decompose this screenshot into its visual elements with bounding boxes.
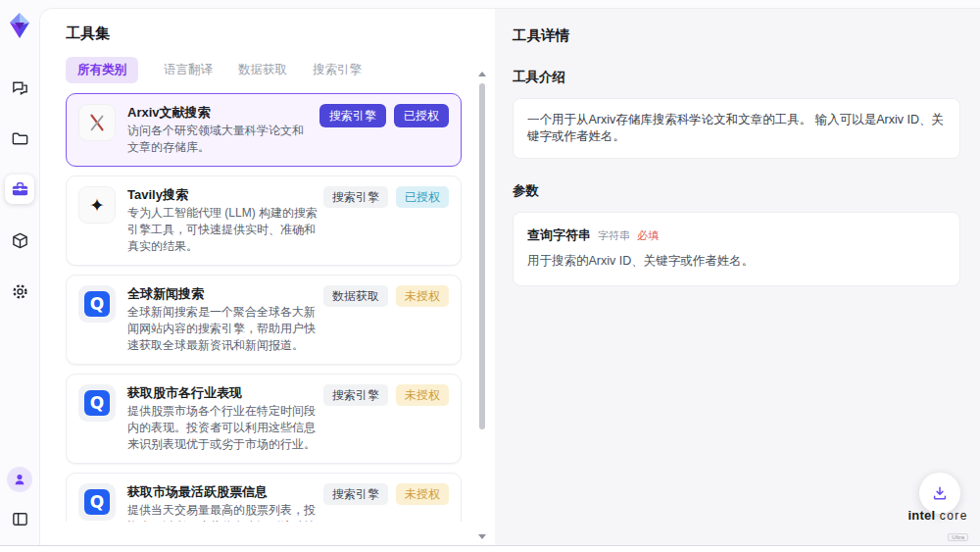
param-type: 字符串 xyxy=(598,228,630,243)
parameter-card: 查询字符串 字符串 必填 用于搜索的Arxiv ID、关键字或作者姓名。 xyxy=(513,212,960,286)
toolbox-icon[interactable] xyxy=(5,175,34,204)
tool-name: Tavily搜索 xyxy=(127,186,318,203)
param-description: 用于搜索的Arxiv ID、关键字或作者姓名。 xyxy=(527,253,946,270)
tab-language-translation[interactable]: 语言翻译 xyxy=(164,57,213,83)
brand-intel-text: intel xyxy=(907,508,935,523)
tab-all-categories[interactable]: 所有类别 xyxy=(66,57,138,83)
tool-card-global-news[interactable]: Q 全球新闻搜索 全球新闻搜索是一个聚合全球各大新闻网站内容的搜索引擎，帮助用户… xyxy=(66,275,462,365)
intro-section-title: 工具介绍 xyxy=(513,69,960,86)
category-badge: 搜索引擎 xyxy=(323,483,388,505)
tab-search-engine[interactable]: 搜索引擎 xyxy=(313,57,362,83)
tool-card-active-stocks[interactable]: Q 获取市场最活跃股票信息 提供当天交易量最高的股票列表，投资者可以利用这些信息… xyxy=(66,473,462,522)
folder-icon[interactable] xyxy=(5,124,34,153)
category-badge: 搜索引擎 xyxy=(323,186,388,208)
auth-status-badge: 已授权 xyxy=(394,104,449,127)
category-badge: 搜索引擎 xyxy=(319,104,386,127)
arxiv-logo-icon xyxy=(78,104,116,141)
tool-list-panel: 工具集 所有类别 语言翻译 数据获取 搜索引擎 Arxiv文献搜索 xyxy=(40,9,495,545)
tool-name: 获取市场最活跃股票信息 xyxy=(127,483,318,500)
tool-description: 专为人工智能代理 (LLM) 构建的搜索引擎工具，可快速提供实时、准确和真实的结… xyxy=(127,205,318,255)
category-badge: 搜索引擎 xyxy=(323,384,388,406)
tool-card-list: Arxiv文献搜索 访问各个研究领域大量科学论文和文章的存储库。 搜索引擎 已授… xyxy=(66,93,485,522)
panel-layout-icon[interactable] xyxy=(5,504,34,533)
icon-sidebar xyxy=(0,0,39,545)
tool-card-arxiv[interactable]: Arxiv文献搜索 访问各个研究领域大量科学论文和文章的存储库。 搜索引擎 已授… xyxy=(66,93,462,167)
tab-data-fetch[interactable]: 数据获取 xyxy=(238,57,287,83)
content-card: 工具集 所有类别 语言翻译 数据获取 搜索引擎 Arxiv文献搜索 xyxy=(39,8,980,545)
tool-name: 获取股市各行业表现 xyxy=(127,384,318,401)
tool-intro-text: 一个用于从Arxiv存储库搜索科学论文和文章的工具。 输入可以是Arxiv ID… xyxy=(513,98,960,159)
list-scrollbar[interactable] xyxy=(477,72,487,539)
auth-status-badge: 已授权 xyxy=(396,186,449,208)
params-section-title: 参数 xyxy=(513,182,960,200)
scroll-down-icon[interactable] xyxy=(478,534,486,539)
app-logo-icon[interactable] xyxy=(6,12,33,39)
page-title: 工具集 xyxy=(66,25,485,43)
chat-icon[interactable] xyxy=(5,73,34,102)
tool-description: 全球新闻搜索是一个聚合全球各大新闻网站内容的搜索引擎，帮助用户快速获取全球最新资… xyxy=(127,304,318,354)
tool-name: 全球新闻搜索 xyxy=(127,285,318,302)
tool-detail-panel: 工具详情 工具介绍 一个用于从Arxiv存储库搜索科学论文和文章的工具。 输入可… xyxy=(495,9,980,545)
tool-description: 访问各个研究领域大量科学论文和文章的存储库。 xyxy=(127,123,314,156)
intel-core-logo: intel core Ultra xyxy=(907,506,968,541)
category-tabs: 所有类别 语言翻译 数据获取 搜索引擎 xyxy=(66,57,485,83)
auth-status-badge: 未授权 xyxy=(396,483,449,505)
juhe-q-icon: Q xyxy=(78,483,116,521)
auth-status-badge: 未授权 xyxy=(396,384,449,406)
tool-name: Arxiv文献搜索 xyxy=(127,104,314,121)
settings-icon[interactable] xyxy=(5,276,34,306)
tool-card-tavily[interactable]: ✦ Tavily搜索 专为人工智能代理 (LLM) 构建的搜索引擎工具，可快速提… xyxy=(66,176,462,266)
detail-title: 工具详情 xyxy=(513,26,960,45)
category-badge: 数据获取 xyxy=(323,285,388,307)
param-name: 查询字符串 xyxy=(527,226,591,244)
juhe-q-icon: Q xyxy=(78,285,116,323)
juhe-q-icon: Q xyxy=(78,384,116,422)
tavily-sparkle-icon: ✦ xyxy=(78,186,116,224)
cube-icon[interactable] xyxy=(5,226,34,255)
auth-status-badge: 未授权 xyxy=(396,285,449,307)
param-required-flag: 必填 xyxy=(637,228,659,243)
tool-card-stock-industry[interactable]: Q 获取股市各行业表现 提供股票市场各个行业在特定时间段内的表现。投资者可以利用… xyxy=(66,374,462,464)
tool-description: 提供当天交易量最高的股票列表，投资者可以利用这些信息来识别流动性强的股票和潜在的… xyxy=(127,502,318,522)
tool-description: 提供股票市场各个行业在特定时间段内的表现。投资者可以利用这些信息来识别表现优于或… xyxy=(127,403,318,453)
brand-ultra-badge: Ultra xyxy=(948,533,968,541)
scroll-up-icon[interactable] xyxy=(478,72,486,76)
app-window: 工具集 所有类别 语言翻译 数据获取 搜索引擎 Arxiv文献搜索 xyxy=(0,0,980,546)
scrollbar-thumb[interactable] xyxy=(479,83,485,429)
brand-core-text: core xyxy=(940,509,968,523)
user-avatar-icon[interactable] xyxy=(7,467,32,492)
